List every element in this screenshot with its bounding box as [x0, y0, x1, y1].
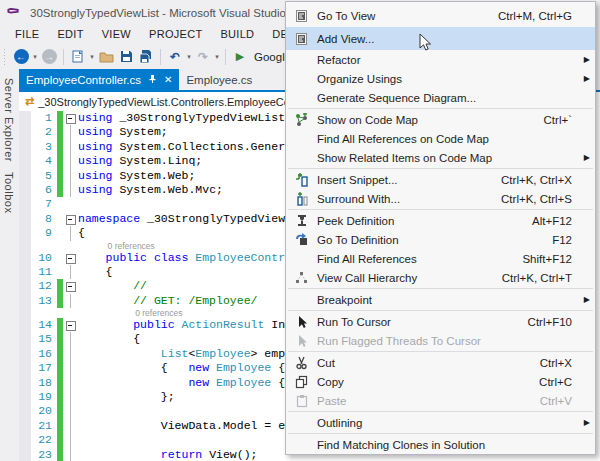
menu-item-refactor[interactable]: Refactor▶	[286, 50, 595, 69]
line-number: 4	[31, 154, 57, 168]
new-file-dropdown[interactable]: ▾	[88, 53, 96, 61]
menu-item-label: Find Matching Clones in Solution	[317, 439, 485, 451]
breakpoint-margin[interactable]	[19, 404, 31, 418]
breakpoint-margin[interactable]	[19, 390, 31, 404]
line-number: 12	[31, 279, 57, 293]
view-page-icon	[286, 32, 317, 46]
breakpoint-margin[interactable]	[19, 294, 31, 308]
peek-definition-icon	[286, 214, 317, 227]
breakpoint-margin[interactable]	[19, 111, 31, 125]
menu-separator	[287, 410, 594, 413]
toolbar-separator	[160, 49, 161, 65]
menu-item-go-to-view[interactable]: Go To ViewCtrl+M, Ctrl+G	[286, 4, 595, 27]
menu-item-go-to-definition[interactable]: Go To DefinitionF12	[286, 230, 595, 249]
collapse-region-icon[interactable]	[63, 111, 78, 125]
breakpoint-margin[interactable]	[19, 318, 31, 332]
breakpoint-margin[interactable]	[19, 251, 31, 265]
run-to-cursor-icon	[286, 315, 317, 329]
menu-item-find-all-references[interactable]: Find All ReferencesShift+F12	[286, 249, 595, 268]
menu-item-show-on-code-map[interactable]: Show on Code MapCtrl+`	[286, 110, 595, 129]
menubar-item-build[interactable]: BUILD	[211, 25, 263, 43]
menu-item-label: Copy	[317, 376, 344, 388]
sidebar-item-toolbox[interactable]: Toolbox	[3, 172, 15, 213]
navigate-forward-button[interactable]: →	[40, 48, 58, 66]
tab-employee-cs[interactable]: Employee.cs	[179, 69, 259, 90]
collapse-region-icon[interactable]	[63, 212, 78, 226]
line-number: 9	[31, 226, 57, 240]
outline-margin	[63, 376, 78, 390]
menu-item-run-to-cursor[interactable]: Run To CursorCtrl+F10	[286, 312, 595, 331]
toolbar-grip[interactable]	[3, 49, 7, 65]
menu-item-generate-sequence-diagram[interactable]: Generate Sequence Diagram...	[286, 88, 595, 107]
line-number: 23	[31, 448, 57, 461]
menu-item-surround-with[interactable]: Surround With...Ctrl+K, Ctrl+S	[286, 189, 595, 208]
navigate-back-button[interactable]: ←	[12, 48, 30, 66]
new-file-button[interactable]	[69, 48, 87, 66]
close-tab-icon[interactable]: ✕	[164, 75, 172, 85]
submenu-arrow-icon: ▶	[580, 74, 590, 83]
undo-button[interactable]: ↶	[166, 48, 184, 66]
save-button[interactable]	[117, 48, 135, 66]
navigate-back-dropdown[interactable]: ▾	[31, 53, 39, 61]
pin-tab-icon[interactable]	[148, 74, 157, 86]
redo-button[interactable]: ↷	[194, 48, 212, 66]
menu-item-shortcut: F12	[552, 234, 572, 246]
breakpoint-margin[interactable]	[19, 183, 31, 197]
breakpoint-margin[interactable]	[19, 140, 31, 154]
breakpoint-margin[interactable]	[19, 279, 31, 293]
menubar-item-edit[interactable]: EDIT	[48, 25, 92, 43]
collapse-region-icon[interactable]	[63, 251, 78, 265]
menu-item-peek-definition[interactable]: Peek DefinitionAlt+F12	[286, 211, 595, 230]
line-number: 5	[31, 169, 57, 183]
start-debug-button[interactable]: ▶	[231, 48, 249, 66]
breakpoint-margin[interactable]	[19, 212, 31, 226]
menu-item-view-call-hierarchy[interactable]: View Call HierarchyCtrl+K, Ctrl+T	[286, 268, 595, 287]
menu-item-breakpoint[interactable]: Breakpoint▶	[286, 290, 595, 309]
menu-separator	[287, 107, 594, 110]
menu-item-find-matching-clones-in-solution[interactable]: Find Matching Clones in Solution	[286, 435, 595, 454]
menubar-item-view[interactable]: VIEW	[93, 25, 140, 43]
sidebar-item-server-explorer[interactable]: Server Explorer	[3, 78, 15, 162]
menu-item-organize-usings[interactable]: Organize Usings▶	[286, 69, 595, 88]
save-all-button[interactable]	[137, 48, 155, 66]
menubar-item-project[interactable]: PROJECT	[140, 25, 211, 43]
menu-item-find-all-references-on-code-map[interactable]: Find All References on Code Map	[286, 129, 595, 148]
menu-item-show-related-items-on-code-map[interactable]: Show Related Items on Code Map▶	[286, 148, 595, 167]
menu-separator	[287, 167, 594, 170]
menu-item-label: Find All References on Code Map	[317, 133, 489, 145]
line-number: 8	[31, 212, 57, 226]
undo-dropdown[interactable]: ▾	[185, 53, 193, 61]
menu-item-cut[interactable]: CutCtrl+X	[286, 353, 595, 372]
breakpoint-margin[interactable]	[19, 154, 31, 168]
breakpoint-margin[interactable]	[19, 448, 31, 461]
breakpoint-margin[interactable]	[19, 169, 31, 183]
collapse-region-icon[interactable]	[63, 279, 78, 293]
breakpoint-margin[interactable]	[19, 419, 31, 433]
collapse-region-icon[interactable]	[63, 318, 78, 332]
menubar-item-file[interactable]: FILE	[6, 25, 48, 43]
redo-dropdown[interactable]: ▾	[213, 53, 221, 61]
menu-item-copy[interactable]: CopyCtrl+C	[286, 372, 595, 391]
menu-item-add-view[interactable]: Add View...	[286, 27, 595, 50]
breakpoint-margin[interactable]	[19, 265, 31, 279]
add-item-button[interactable]	[97, 48, 115, 66]
breakpoint-margin[interactable]	[19, 125, 31, 139]
submenu-arrow-icon: ▶	[580, 295, 590, 304]
paste-icon	[286, 394, 317, 408]
menu-item-run-flagged-threads-to-cursor: Run Flagged Threads To Cursor	[286, 331, 595, 350]
breakpoint-margin[interactable]	[19, 332, 31, 346]
breakpoint-margin[interactable]	[19, 197, 31, 211]
menu-item-insert-snippet[interactable]: Insert Snippet...Ctrl+K, Ctrl+X	[286, 170, 595, 189]
breakpoint-margin[interactable]	[19, 347, 31, 361]
outline-margin	[63, 154, 78, 168]
breakpoint-margin[interactable]	[19, 376, 31, 390]
menu-item-label: Go To View	[317, 10, 375, 22]
outline-margin	[63, 197, 78, 211]
breakpoint-margin[interactable]	[19, 433, 31, 447]
menu-item-outlining[interactable]: Outlining▶	[286, 413, 595, 432]
tab-employeecontroller-cs[interactable]: EmployeeController.cs✕	[19, 69, 179, 90]
breakpoint-margin[interactable]	[19, 226, 31, 240]
breakpoint-margin[interactable]	[19, 361, 31, 375]
menu-item-label: Cut	[317, 357, 335, 369]
line-number: 16	[31, 347, 57, 361]
